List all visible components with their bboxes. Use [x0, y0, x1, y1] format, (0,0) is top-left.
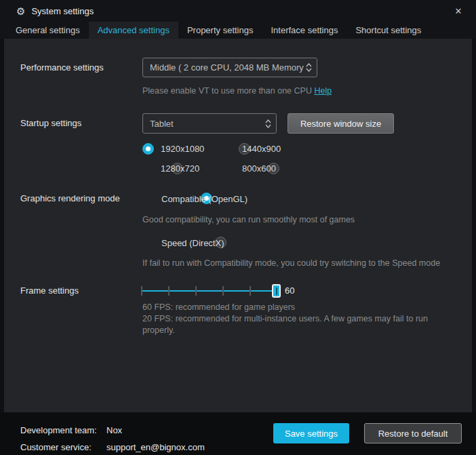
fps-hint-60: 60 FPS: recommended for game players	[142, 302, 295, 313]
performance-dropdown[interactable]: Middle ( 2 core CPU, 2048 MB Memory	[142, 58, 317, 77]
tab-property-settings[interactable]: Property settings	[178, 22, 262, 39]
performance-dropdown-value: Middle ( 2 core CPU, 2048 MB Memory	[143, 62, 306, 73]
restore-window-size-button[interactable]: Restore window size	[287, 113, 394, 134]
graphics-rendering-mode-label: Graphics rendering mode	[20, 193, 120, 204]
fps-hint-20: 20 FPS: recommended for multi-instance u…	[142, 313, 460, 336]
restore-to-default-button[interactable]: Restore to default	[364, 423, 462, 443]
radio-compatible-opengl-label[interactable]: Compatible (OpenGL)	[161, 193, 247, 205]
slider-tick	[195, 286, 197, 296]
system-settings-window: ⚙ System settings ✕ General settings Adv…	[0, 0, 476, 455]
radio-1280x720-label[interactable]: 1280x720	[161, 163, 199, 174]
frame-settings-label: Frame settings	[20, 285, 79, 296]
slider-tick	[168, 286, 170, 296]
slider-tick	[250, 286, 251, 296]
startup-settings-label: Startup settings	[20, 118, 81, 129]
tab-general-settings[interactable]: General settings	[7, 22, 89, 39]
tab-shortcut-settings[interactable]: Shortcut settings	[346, 22, 430, 39]
development-team-value: Nox	[106, 425, 122, 435]
radio-800x600-label[interactable]: 800x600	[242, 163, 276, 174]
startup-dropdown-value: Tablet	[143, 119, 265, 129]
slider-handle-slot	[276, 288, 277, 295]
development-team-label: Development team:	[20, 425, 97, 435]
frame-rate-value: 60	[285, 283, 294, 298]
performance-settings-label: Performance settings	[20, 62, 104, 73]
radio-1920x1080[interactable]	[142, 143, 154, 155]
tab-interface-settings[interactable]: Interface settings	[262, 22, 346, 39]
vt-hint-text: Please enable VT to use more than one CP…	[142, 86, 312, 96]
titlebar: ⚙ System settings ✕	[0, 0, 476, 22]
footer-bar: Development team: Nox Customer service: …	[0, 412, 476, 455]
customer-service-label: Customer service:	[20, 442, 92, 452]
speed-hint: If fail to run with Compatibility mode, …	[142, 258, 458, 269]
slider-track[interactable]	[141, 290, 281, 292]
frame-rate-slider[interactable]	[141, 283, 281, 298]
slider-handle[interactable]	[272, 284, 281, 298]
tab-advanced-settings[interactable]: Advanced settings	[89, 22, 178, 39]
radio-1920x1080-label[interactable]: 1920x1080	[161, 143, 204, 155]
compatible-hint: Good compatibility, you can run smoothly…	[142, 214, 355, 226]
tab-bar: General settings Advanced settings Prope…	[0, 22, 476, 39]
window-title: System settings	[31, 6, 94, 16]
chevron-up-down-icon	[306, 63, 312, 72]
save-settings-button[interactable]: Save settings	[273, 423, 349, 443]
startup-dropdown[interactable]: Tablet	[142, 113, 277, 134]
chevron-up-down-icon	[265, 119, 271, 128]
help-link[interactable]: Help	[314, 86, 332, 96]
vt-hint: Please enable VT to use more than one CP…	[142, 85, 332, 97]
slider-tick	[222, 286, 224, 296]
slider-tick	[141, 286, 142, 296]
radio-dot	[146, 146, 151, 151]
customer-service-value: support_en@bignox.com	[106, 442, 205, 452]
gear-icon: ⚙	[16, 6, 25, 16]
close-icon[interactable]: ✕	[449, 0, 468, 22]
radio-1440x900-label[interactable]: 1440x900	[242, 143, 281, 155]
radio-speed-directx-label[interactable]: Speed (DirectX)	[161, 237, 224, 249]
